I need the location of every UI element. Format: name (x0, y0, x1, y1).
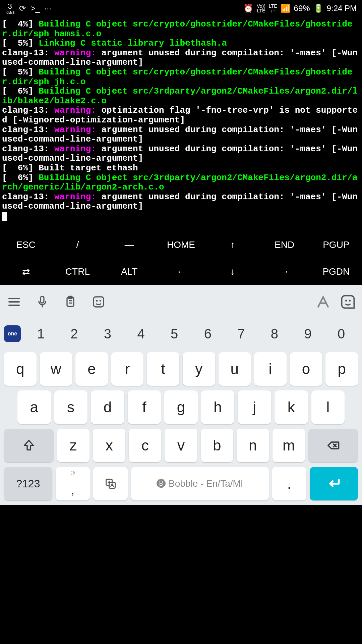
number-key-5[interactable]: 5 (158, 326, 191, 341)
letter-key-f[interactable]: f (128, 390, 161, 424)
letter-key-d[interactable]: d (91, 390, 124, 424)
extra-key-←[interactable]: ← (155, 258, 207, 285)
menu-icon[interactable] (7, 294, 21, 309)
terminal-line: [ 6%] Building C object src/3rdparty/arg… (2, 173, 360, 192)
letter-key-z[interactable]: z (57, 429, 89, 462)
terminal-line: clang-13: warning: argument unused durin… (2, 144, 360, 163)
number-key-7[interactable]: 7 (225, 326, 258, 341)
one-app-badge[interactable]: one (4, 325, 21, 342)
emoji-icon[interactable] (341, 294, 355, 309)
status-right: ⏰ Vo)) LTE LTE ↓↑ 📶 69% 🔋 9:24 PM (243, 4, 357, 13)
terminal-line: [ 4%] Building C object src/crypto/ghost… (2, 19, 360, 39)
number-key-2[interactable]: 2 (58, 326, 91, 341)
letter-key-e[interactable]: e (75, 352, 108, 386)
terminal-line: [ 5%] Linking C static library libethash… (2, 39, 360, 48)
letter-key-p[interactable]: p (325, 352, 358, 386)
terminal-line: [ 6%] Building C object src/3rdparty/arg… (2, 87, 360, 106)
extra-key-⇄[interactable]: ⇄ (0, 258, 52, 285)
number-key-9[interactable]: 9 (291, 326, 325, 341)
letter-key-s[interactable]: s (54, 390, 88, 424)
letter-key-j[interactable]: j (238, 390, 271, 424)
number-key-6[interactable]: 6 (191, 326, 225, 341)
terminal-line: clang-13: warning: optimization flag '-f… (2, 106, 360, 125)
extra-key-alt[interactable]: ALT (104, 258, 155, 285)
sticker-icon[interactable] (91, 294, 106, 309)
terminal-prompt-icon: >_ (31, 4, 40, 13)
extra-key-ctrl[interactable]: CTRL (52, 258, 103, 285)
number-key-0[interactable]: 0 (324, 326, 358, 341)
network-speed: 3 KB/s (5, 3, 14, 14)
terminal-extra-keys: ESC/―HOME↑ENDPGUP⇄CTRLALT←↓→PGDN (0, 231, 362, 285)
keyboard-toolbar (0, 285, 362, 319)
letter-key-i[interactable]: i (254, 352, 287, 386)
svg-rect-2 (94, 297, 104, 307)
mic-icon[interactable] (35, 294, 50, 309)
comma-key[interactable]: ☺ , (56, 467, 90, 500)
extra-key-pgup[interactable]: PGUP (310, 231, 362, 258)
letter-key-v[interactable]: v (165, 429, 197, 462)
backspace-key[interactable] (308, 429, 358, 462)
letter-key-c[interactable]: c (129, 429, 161, 462)
terminal-line: clang-13: warning: argument unused durin… (2, 125, 360, 144)
battery-icon: 🔋 (313, 4, 323, 13)
letter-key-h[interactable]: h (201, 390, 235, 424)
letter-key-o[interactable]: o (290, 352, 322, 386)
letter-key-x[interactable]: x (93, 429, 125, 462)
letter-key-k[interactable]: k (275, 390, 308, 424)
letter-key-q[interactable]: q (4, 352, 37, 386)
extra-key-pgdn[interactable]: PGDN (310, 258, 362, 285)
letter-key-g[interactable]: g (164, 390, 198, 424)
extra-key-end[interactable]: END (258, 231, 310, 258)
keyboard-row-3: zxcvbnm (4, 429, 358, 462)
extra-key-―[interactable]: ― (104, 231, 155, 258)
keyboard: qwertyuiop asdfghjkl zxcvbnm ?123 ☺ , 🅑B… (0, 349, 362, 505)
font-icon[interactable] (316, 294, 330, 309)
terminal-cursor (2, 212, 7, 221)
language-key[interactable] (93, 467, 128, 500)
number-key-8[interactable]: 8 (258, 326, 291, 341)
extra-key-/[interactable]: / (52, 231, 103, 258)
status-bar: 3 KB/s ⟳ >_ ··· ⏰ Vo)) LTE LTE ↓↑ 📶 69% … (0, 0, 362, 17)
extra-key-↓[interactable]: ↓ (207, 258, 258, 285)
keyboard-row-2: asdfghjkl (4, 390, 358, 424)
enter-key[interactable] (310, 467, 358, 500)
terminal-line: [ 6%] Built target ethash (2, 163, 360, 173)
extra-key-home[interactable]: HOME (155, 231, 207, 258)
letter-key-l[interactable]: l (311, 390, 345, 424)
keyboard-bottom-row: ?123 ☺ , 🅑Bobble - En/Ta/MI . (4, 467, 358, 500)
spacebar[interactable]: 🅑Bobble - En/Ta/MI (131, 467, 269, 500)
symbols-key[interactable]: ?123 (4, 467, 52, 500)
svg-point-5 (345, 300, 347, 302)
extra-key-→[interactable]: → (258, 258, 310, 285)
sync-icon: ⟳ (19, 4, 26, 13)
terminal-output[interactable]: [ 4%] Building C object src/crypto/ghost… (0, 17, 362, 231)
letter-key-m[interactable]: m (273, 429, 305, 462)
terminal-line: [ 5%] Building C object src/crypto/ghost… (2, 67, 360, 87)
period-key[interactable]: . (272, 467, 307, 500)
number-key-4[interactable]: 4 (124, 326, 158, 341)
letter-key-b[interactable]: b (201, 429, 233, 462)
letter-key-w[interactable]: w (40, 352, 72, 386)
svg-point-3 (96, 300, 98, 302)
terminal-line: clang-13: warning: argument unused durin… (2, 192, 360, 211)
status-left: 3 KB/s ⟳ >_ ··· (5, 3, 51, 14)
extra-key-esc[interactable]: ESC (0, 231, 52, 258)
battery-percent: 69% (294, 4, 310, 13)
letter-key-n[interactable]: n (237, 429, 269, 462)
number-key-1[interactable]: 1 (24, 326, 58, 341)
number-key-3[interactable]: 3 (91, 326, 124, 341)
letter-key-t[interactable]: t (147, 352, 179, 386)
clipboard-icon[interactable] (63, 294, 78, 309)
letter-key-u[interactable]: u (219, 352, 251, 386)
emoji-hint-icon: ☺ (69, 469, 76, 477)
more-notifications-icon: ··· (45, 4, 51, 13)
letter-key-r[interactable]: r (111, 352, 144, 386)
letter-key-a[interactable]: a (17, 390, 51, 424)
extra-key-↑[interactable]: ↑ (207, 231, 258, 258)
terminal-line: clang-13: warning: argument unused durin… (2, 48, 360, 67)
volte-icon: Vo)) LTE (257, 4, 265, 13)
shift-key[interactable] (4, 429, 54, 462)
number-row: one 1234567890 (0, 319, 362, 349)
signal-icon: 📶 (281, 4, 291, 13)
letter-key-y[interactable]: y (183, 352, 215, 386)
